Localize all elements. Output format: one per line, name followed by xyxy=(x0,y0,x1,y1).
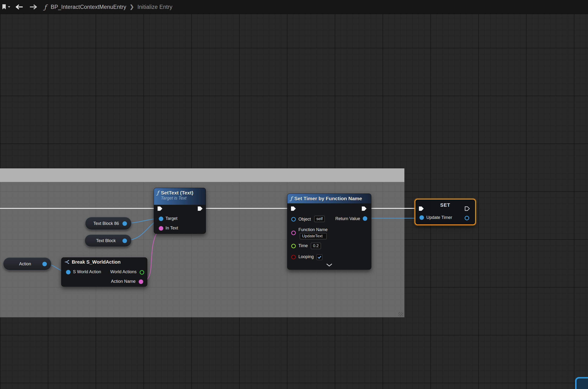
pin-output[interactable] xyxy=(122,238,127,243)
break-struct-icon xyxy=(64,260,70,264)
expand-node-chevron-icon[interactable] xyxy=(326,263,333,268)
variable-node-text-block-86[interactable]: Text Block 86 xyxy=(85,217,132,230)
breadcrumb-bar: ƒ BP_InteractContextMenuEntry ❯ Initiali… xyxy=(0,0,588,14)
function-icon: ƒ xyxy=(157,190,159,196)
function-name-field[interactable]: UpdateText xyxy=(300,233,327,239)
exec-in-pin[interactable] xyxy=(290,206,296,212)
pin-label: In Text xyxy=(166,226,178,231)
pin-world-actions[interactable] xyxy=(140,270,144,275)
exec-out-pin[interactable] xyxy=(464,206,470,212)
pin-label: Target xyxy=(166,216,177,221)
node-settext[interactable]: ƒ SetText (Text) Target is Text Target I… xyxy=(154,188,206,234)
pin-action-name[interactable] xyxy=(139,279,143,284)
pin-s-world-action[interactable] xyxy=(66,270,71,274)
node-title: Set Timer by Function Name xyxy=(294,196,362,201)
object-self-field[interactable]: self xyxy=(314,216,325,222)
node-break-s-worldaction[interactable]: Break S_WorldAction S World Action World… xyxy=(61,258,147,287)
pin-looping[interactable] xyxy=(291,255,296,259)
pin-in-text[interactable] xyxy=(159,226,163,231)
time-field[interactable]: 0.2 xyxy=(311,243,321,249)
pin-return-value[interactable] xyxy=(363,216,367,221)
pin-output[interactable] xyxy=(122,221,127,226)
pin-label: World Actions xyxy=(110,269,137,274)
pin-time[interactable] xyxy=(291,244,296,248)
node-set-update-timer[interactable]: SET Update Timer xyxy=(415,199,476,225)
variable-node-text-block[interactable]: Text Block xyxy=(85,234,132,247)
back-arrow-icon[interactable] xyxy=(12,0,26,14)
pin-label: Time xyxy=(298,243,308,248)
pin-update-timer[interactable] xyxy=(419,215,424,220)
pin-label: Function Name xyxy=(298,227,328,232)
node-subtitle: Target is Text xyxy=(161,196,193,201)
variable-label: Action xyxy=(19,261,31,266)
exec-in-pin[interactable] xyxy=(418,206,424,212)
variable-label: Text Block 86 xyxy=(93,221,119,226)
pin-label: Object xyxy=(298,217,311,222)
blueprint-graph-canvas[interactable]: ƒ BP_InteractContextMenuEntry ❯ Initiali… xyxy=(0,0,588,389)
bookmark-icon[interactable] xyxy=(0,0,12,14)
breadcrumb-function[interactable]: Initialize Entry xyxy=(138,4,172,10)
node-title: Break S_WorldAction xyxy=(72,259,120,265)
offscreen-node-fragment[interactable] xyxy=(575,377,588,389)
pin-label: Looping xyxy=(298,254,314,259)
forward-arrow-icon[interactable] xyxy=(26,0,40,14)
function-icon: ƒ xyxy=(290,196,292,201)
exec-out-pin[interactable] xyxy=(197,206,203,212)
breadcrumb-blueprint[interactable]: BP_InteractContextMenuEntry xyxy=(51,4,126,10)
node-title: SetText (Text) xyxy=(161,190,193,196)
pin-label: Action Name xyxy=(111,279,136,284)
pin-target[interactable] xyxy=(159,217,163,221)
pin-function-name[interactable] xyxy=(291,231,296,235)
function-icon: ƒ xyxy=(44,3,46,11)
comment-title-bar[interactable] xyxy=(0,168,404,182)
pin-output[interactable] xyxy=(42,262,47,266)
node-set-timer-by-function-name[interactable]: ƒ Set Timer by Function Name Object self… xyxy=(287,194,371,270)
pin-label: Return Value xyxy=(335,216,360,221)
pin-label: Update Timer xyxy=(426,215,452,220)
variable-node-action[interactable]: Action xyxy=(3,258,51,270)
breadcrumb-separator-icon: ❯ xyxy=(130,4,134,10)
exec-out-pin[interactable] xyxy=(361,206,367,212)
pin-object[interactable] xyxy=(291,217,296,222)
exec-in-pin[interactable] xyxy=(157,206,163,212)
looping-checkbox[interactable] xyxy=(317,254,322,260)
comment-resize-handle[interactable] xyxy=(398,312,403,316)
variable-label: Text Block xyxy=(96,238,116,243)
pin-label: S World Action xyxy=(73,269,101,274)
pin-output-value[interactable] xyxy=(465,216,469,220)
